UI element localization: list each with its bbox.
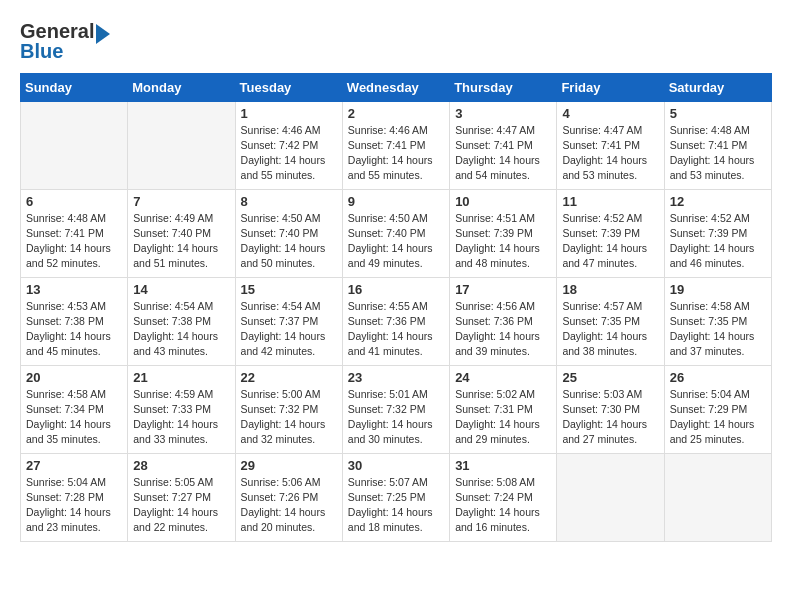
day-number: 6 xyxy=(26,194,122,209)
calendar-cell: 26Sunrise: 5:04 AM Sunset: 7:29 PM Dayli… xyxy=(664,365,771,453)
calendar-cell: 10Sunrise: 4:51 AM Sunset: 7:39 PM Dayli… xyxy=(450,189,557,277)
day-info: Sunrise: 4:46 AM Sunset: 7:41 PM Dayligh… xyxy=(348,123,444,184)
day-info: Sunrise: 5:06 AM Sunset: 7:26 PM Dayligh… xyxy=(241,475,337,536)
day-info: Sunrise: 5:04 AM Sunset: 7:29 PM Dayligh… xyxy=(670,387,766,448)
day-number: 3 xyxy=(455,106,551,121)
day-number: 8 xyxy=(241,194,337,209)
day-info: Sunrise: 4:48 AM Sunset: 7:41 PM Dayligh… xyxy=(670,123,766,184)
day-info: Sunrise: 4:54 AM Sunset: 7:37 PM Dayligh… xyxy=(241,299,337,360)
day-number: 12 xyxy=(670,194,766,209)
week-row: 13Sunrise: 4:53 AM Sunset: 7:38 PM Dayli… xyxy=(21,277,772,365)
day-number: 16 xyxy=(348,282,444,297)
calendar-cell: 27Sunrise: 5:04 AM Sunset: 7:28 PM Dayli… xyxy=(21,453,128,541)
day-info: Sunrise: 4:54 AM Sunset: 7:38 PM Dayligh… xyxy=(133,299,229,360)
day-info: Sunrise: 4:59 AM Sunset: 7:33 PM Dayligh… xyxy=(133,387,229,448)
day-number: 17 xyxy=(455,282,551,297)
calendar-cell: 22Sunrise: 5:00 AM Sunset: 7:32 PM Dayli… xyxy=(235,365,342,453)
weekday-header: Friday xyxy=(557,73,664,101)
day-info: Sunrise: 4:55 AM Sunset: 7:36 PM Dayligh… xyxy=(348,299,444,360)
calendar-cell: 17Sunrise: 4:56 AM Sunset: 7:36 PM Dayli… xyxy=(450,277,557,365)
day-info: Sunrise: 4:57 AM Sunset: 7:35 PM Dayligh… xyxy=(562,299,658,360)
calendar-cell: 3Sunrise: 4:47 AM Sunset: 7:41 PM Daylig… xyxy=(450,101,557,189)
day-number: 2 xyxy=(348,106,444,121)
page-header: General Blue xyxy=(20,20,772,63)
day-number: 11 xyxy=(562,194,658,209)
day-number: 10 xyxy=(455,194,551,209)
day-number: 13 xyxy=(26,282,122,297)
day-info: Sunrise: 5:00 AM Sunset: 7:32 PM Dayligh… xyxy=(241,387,337,448)
logo-general-text: General xyxy=(20,20,94,42)
week-row: 1Sunrise: 4:46 AM Sunset: 7:42 PM Daylig… xyxy=(21,101,772,189)
day-info: Sunrise: 5:02 AM Sunset: 7:31 PM Dayligh… xyxy=(455,387,551,448)
day-number: 1 xyxy=(241,106,337,121)
calendar-cell: 18Sunrise: 4:57 AM Sunset: 7:35 PM Dayli… xyxy=(557,277,664,365)
calendar-cell: 28Sunrise: 5:05 AM Sunset: 7:27 PM Dayli… xyxy=(128,453,235,541)
weekday-header-row: SundayMondayTuesdayWednesdayThursdayFrid… xyxy=(21,73,772,101)
calendar-cell: 31Sunrise: 5:08 AM Sunset: 7:24 PM Dayli… xyxy=(450,453,557,541)
calendar-cell xyxy=(557,453,664,541)
day-info: Sunrise: 4:50 AM Sunset: 7:40 PM Dayligh… xyxy=(348,211,444,272)
day-info: Sunrise: 4:48 AM Sunset: 7:41 PM Dayligh… xyxy=(26,211,122,272)
weekday-header: Sunday xyxy=(21,73,128,101)
day-number: 14 xyxy=(133,282,229,297)
day-info: Sunrise: 5:01 AM Sunset: 7:32 PM Dayligh… xyxy=(348,387,444,448)
calendar-cell: 15Sunrise: 4:54 AM Sunset: 7:37 PM Dayli… xyxy=(235,277,342,365)
day-number: 26 xyxy=(670,370,766,385)
calendar-cell: 7Sunrise: 4:49 AM Sunset: 7:40 PM Daylig… xyxy=(128,189,235,277)
day-number: 29 xyxy=(241,458,337,473)
calendar-cell: 4Sunrise: 4:47 AM Sunset: 7:41 PM Daylig… xyxy=(557,101,664,189)
day-info: Sunrise: 4:50 AM Sunset: 7:40 PM Dayligh… xyxy=(241,211,337,272)
day-number: 7 xyxy=(133,194,229,209)
day-info: Sunrise: 5:08 AM Sunset: 7:24 PM Dayligh… xyxy=(455,475,551,536)
calendar-cell xyxy=(664,453,771,541)
day-info: Sunrise: 5:05 AM Sunset: 7:27 PM Dayligh… xyxy=(133,475,229,536)
week-row: 20Sunrise: 4:58 AM Sunset: 7:34 PM Dayli… xyxy=(21,365,772,453)
calendar-cell: 30Sunrise: 5:07 AM Sunset: 7:25 PM Dayli… xyxy=(342,453,449,541)
calendar-cell: 5Sunrise: 4:48 AM Sunset: 7:41 PM Daylig… xyxy=(664,101,771,189)
calendar-cell: 14Sunrise: 4:54 AM Sunset: 7:38 PM Dayli… xyxy=(128,277,235,365)
calendar-table: SundayMondayTuesdayWednesdayThursdayFrid… xyxy=(20,73,772,542)
calendar-cell: 2Sunrise: 4:46 AM Sunset: 7:41 PM Daylig… xyxy=(342,101,449,189)
day-number: 19 xyxy=(670,282,766,297)
week-row: 6Sunrise: 4:48 AM Sunset: 7:41 PM Daylig… xyxy=(21,189,772,277)
day-number: 31 xyxy=(455,458,551,473)
calendar-cell: 25Sunrise: 5:03 AM Sunset: 7:30 PM Dayli… xyxy=(557,365,664,453)
week-row: 27Sunrise: 5:04 AM Sunset: 7:28 PM Dayli… xyxy=(21,453,772,541)
calendar-cell: 23Sunrise: 5:01 AM Sunset: 7:32 PM Dayli… xyxy=(342,365,449,453)
weekday-header: Monday xyxy=(128,73,235,101)
day-number: 20 xyxy=(26,370,122,385)
day-info: Sunrise: 4:49 AM Sunset: 7:40 PM Dayligh… xyxy=(133,211,229,272)
logo: General Blue xyxy=(20,20,110,63)
day-number: 5 xyxy=(670,106,766,121)
weekday-header: Saturday xyxy=(664,73,771,101)
weekday-header: Wednesday xyxy=(342,73,449,101)
day-info: Sunrise: 4:53 AM Sunset: 7:38 PM Dayligh… xyxy=(26,299,122,360)
day-info: Sunrise: 4:52 AM Sunset: 7:39 PM Dayligh… xyxy=(670,211,766,272)
day-number: 18 xyxy=(562,282,658,297)
day-info: Sunrise: 5:04 AM Sunset: 7:28 PM Dayligh… xyxy=(26,475,122,536)
day-info: Sunrise: 4:58 AM Sunset: 7:34 PM Dayligh… xyxy=(26,387,122,448)
day-number: 24 xyxy=(455,370,551,385)
day-info: Sunrise: 4:52 AM Sunset: 7:39 PM Dayligh… xyxy=(562,211,658,272)
weekday-header: Thursday xyxy=(450,73,557,101)
day-number: 15 xyxy=(241,282,337,297)
logo-arrow-icon xyxy=(96,24,110,44)
day-number: 28 xyxy=(133,458,229,473)
calendar-cell: 21Sunrise: 4:59 AM Sunset: 7:33 PM Dayli… xyxy=(128,365,235,453)
day-info: Sunrise: 5:03 AM Sunset: 7:30 PM Dayligh… xyxy=(562,387,658,448)
calendar-cell: 9Sunrise: 4:50 AM Sunset: 7:40 PM Daylig… xyxy=(342,189,449,277)
day-info: Sunrise: 4:47 AM Sunset: 7:41 PM Dayligh… xyxy=(455,123,551,184)
calendar-cell: 16Sunrise: 4:55 AM Sunset: 7:36 PM Dayli… xyxy=(342,277,449,365)
day-number: 22 xyxy=(241,370,337,385)
day-info: Sunrise: 5:07 AM Sunset: 7:25 PM Dayligh… xyxy=(348,475,444,536)
calendar-cell: 13Sunrise: 4:53 AM Sunset: 7:38 PM Dayli… xyxy=(21,277,128,365)
calendar-cell: 19Sunrise: 4:58 AM Sunset: 7:35 PM Dayli… xyxy=(664,277,771,365)
calendar-cell: 8Sunrise: 4:50 AM Sunset: 7:40 PM Daylig… xyxy=(235,189,342,277)
calendar-cell: 12Sunrise: 4:52 AM Sunset: 7:39 PM Dayli… xyxy=(664,189,771,277)
day-info: Sunrise: 4:51 AM Sunset: 7:39 PM Dayligh… xyxy=(455,211,551,272)
logo-blue-text: Blue xyxy=(20,40,63,63)
day-number: 23 xyxy=(348,370,444,385)
day-info: Sunrise: 4:58 AM Sunset: 7:35 PM Dayligh… xyxy=(670,299,766,360)
day-info: Sunrise: 4:46 AM Sunset: 7:42 PM Dayligh… xyxy=(241,123,337,184)
calendar-cell: 24Sunrise: 5:02 AM Sunset: 7:31 PM Dayli… xyxy=(450,365,557,453)
